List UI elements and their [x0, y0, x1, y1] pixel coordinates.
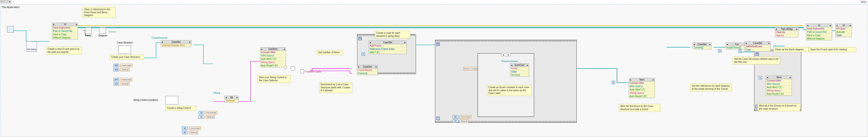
arrow-left-icon[interactable]: ◂	[225, 96, 227, 99]
casesel2-r0: Add Frame	[369, 44, 406, 47]
diagram-label: Diagram	[98, 34, 107, 37]
comment-save-open: Save the VI and open it for viewing	[809, 47, 856, 52]
term2-r1: Wire Source	[766, 82, 792, 86]
arrow-right-icon[interactable]: ▸	[653, 78, 654, 81]
const-zero-2[interactable]: 0	[612, 81, 615, 84]
casesel-default-title: CaseSel	[753, 42, 762, 44]
enum-vertical-5[interactable]: Vertical	[460, 119, 468, 123]
arrow-right-icon[interactable]: ▸	[237, 96, 238, 99]
version-label: 2012	[861, 0, 867, 3]
arrow-right-icon[interactable]: ▸	[769, 42, 770, 44]
vi-node-3[interactable]: ◂ VI ▸ FP.Open Activate State	[835, 24, 852, 37]
vi-node-2[interactable]: ◂ VI ▸ Save.Instrument Path to Saved Fil…	[806, 24, 832, 40]
arrow-left-icon[interactable]: ◂	[836, 24, 838, 27]
diagram-ref-icon[interactable]	[99, 27, 106, 34]
numbox-500[interactable]: 500	[114, 64, 119, 67]
casesel-outside-header: ◂ CaseSel ▸	[161, 40, 191, 44]
arrow-left-icon[interactable]: ◂	[511, 64, 512, 66]
arrow-right-icon[interactable]: ▸	[284, 48, 285, 50]
home-icon[interactable]: ⌂	[4, 0, 7, 3]
bookmark-icon[interactable]: ★	[8, 0, 11, 3]
const-zero-3[interactable]: 0	[718, 49, 721, 53]
inner-case-header[interactable]: ◂ ▸	[501, 53, 511, 56]
panel-label: Panel	[85, 34, 91, 37]
term-node-2[interactable]: ◂ Term ▸ Connect Wire Wire Source Auto W…	[766, 76, 792, 96]
str-title: Str	[230, 96, 233, 99]
enum-horizontal-3[interactable]: Horizontal	[189, 127, 201, 130]
arrow-left-icon[interactable]: ◂	[503, 54, 504, 56]
enum-horizontal-2[interactable]: Horizontal	[121, 78, 132, 81]
arrow-left-icon[interactable]: ◂	[726, 43, 728, 45]
numbox-20a[interactable]: 20	[182, 127, 188, 130]
toolbar: ⟳ ⌂ ★	[0, 0, 11, 3]
arrow-right-icon[interactable]: ▸	[376, 65, 377, 68]
vi-node-1[interactable]: ◂ VI ▸ Save.Instrument Path to Saved Fil…	[52, 23, 78, 39]
array-size-icon[interactable]	[291, 66, 295, 70]
arrow-right-icon[interactable]: ▸	[796, 28, 798, 30]
arrow-left-icon[interactable]: ◂	[767, 76, 768, 79]
casesel2-title: CaseSel	[383, 41, 392, 44]
arrow-right-icon[interactable]: ▸	[404, 41, 406, 44]
casesel2-r2: After? (F)	[369, 51, 406, 54]
arrow-right-icon[interactable]: ▸	[508, 54, 509, 56]
numbox-20c[interactable]: 20	[198, 111, 204, 114]
const-zero-4[interactable]: 0	[739, 49, 742, 53]
outterm-r2: Auto Wire? (T)	[260, 58, 286, 61]
term1-r1: Wire Source	[629, 85, 655, 88]
casesel-outside-term[interactable]: ◂ CaseSel ▸ Selector.Outside Term	[161, 40, 191, 47]
enum-vertical-3b[interactable]: Vertical	[206, 115, 215, 118]
arrow-left-icon[interactable]: ◂	[261, 48, 262, 50]
enum-vertical-2[interactable]: Vertical	[121, 82, 129, 85]
arrow-right-icon[interactable]: ▸	[189, 41, 190, 43]
numbox-200b[interactable]: 200	[114, 78, 119, 81]
enum-horizontal-1[interactable]: Horizontal	[121, 64, 132, 67]
numbox-20b[interactable]: 20	[182, 131, 188, 134]
numbox-200a[interactable]: 200	[114, 68, 119, 71]
numbox-20e[interactable]: 20	[453, 119, 458, 123]
term-node-1[interactable]: ◂ Term ▸ Connect Wire Wire Source Auto W…	[629, 78, 655, 98]
arrow-right-icon[interactable]: ▸	[527, 64, 528, 66]
string-control-gobj-icon[interactable]	[165, 96, 178, 104]
arrow-left-icon[interactable]: ◂	[807, 24, 808, 27]
casesel-tunnels[interactable]: ◂ CaseSel ▸ Tunnels[]	[692, 42, 712, 49]
enum-vertical-3[interactable]: Vertical	[189, 131, 198, 134]
casesel-add-frame[interactable]: ◂ CaseSel ▸ Add Frame Reference Frame In…	[369, 41, 407, 54]
const-zero[interactable]: 0	[362, 53, 365, 56]
vi1-row1: Path to Saved File	[52, 30, 78, 33]
arrow-left-icon[interactable]: ◂	[630, 78, 631, 81]
enmcnst-node[interactable]: ◂ EnmCnst ▸ Item[] Value Terminal	[510, 63, 529, 77]
vi3-r2: State	[836, 34, 852, 37]
arrow-left-icon[interactable]: ◂	[746, 42, 747, 44]
arrow-right-icon[interactable]: ▸	[790, 76, 791, 79]
enum-horizontal-5[interactable]: Horizontal	[460, 115, 471, 118]
decrement-icon[interactable]	[284, 66, 287, 69]
arrow-left-icon[interactable]: ◂	[53, 23, 54, 26]
arrow-left-icon[interactable]: ◂	[162, 41, 163, 43]
enum-vertical-1[interactable]: Vertical	[121, 68, 129, 71]
arrow-left-icon[interactable]: ◂	[370, 41, 371, 44]
case-structure-gobj-icon[interactable]	[118, 45, 131, 54]
numbox-50[interactable]: 50	[453, 115, 458, 118]
toplvldiag-node[interactable]: ◂ TopLvlDiag ▸ CleanUp Options	[775, 27, 799, 37]
str-terminal-node[interactable]: ◂ Str ▸ Terminal	[224, 96, 239, 103]
arrow-left-icon[interactable]: ◂	[693, 43, 695, 45]
numbox-20d[interactable]: 20	[198, 115, 204, 118]
casesel-set-default[interactable]: ◂ CaseSel ▸ SetDefaultCase Case	[745, 41, 771, 52]
file-dialog-node[interactable]: File Dialog	[27, 41, 37, 52]
panel-ref-icon[interactable]	[85, 27, 92, 34]
outterm-node[interactable]: ◂ OutTerm ▸ Connect Wire Wire Source Aut…	[260, 47, 286, 67]
toplvl-r1: Options	[775, 34, 798, 37]
casesel-add-header: ◂ CaseSel ▸	[369, 41, 406, 44]
arrow-right-icon[interactable]: ▸	[830, 24, 831, 27]
const-one[interactable]: 1	[759, 76, 762, 79]
casesel-framenames[interactable]: ◂ CaseSel ▸ FrameNames Frames[]	[357, 65, 378, 75]
arrow-left-icon[interactable]: ◂	[776, 28, 777, 30]
casesel-default-r1: Case	[745, 48, 770, 51]
arrow-right-icon[interactable]: ▸	[76, 23, 77, 26]
arrow-right-icon[interactable]: ▸	[850, 24, 851, 27]
enum-horizontal-3b[interactable]: Horizontal	[206, 111, 217, 114]
numbox-100[interactable]: 100	[114, 82, 119, 85]
arrow-right-icon[interactable]: ▸	[709, 43, 711, 45]
arrow-left-icon[interactable]: ◂	[358, 65, 359, 68]
refresh-icon[interactable]: ⟳	[0, 0, 4, 3]
